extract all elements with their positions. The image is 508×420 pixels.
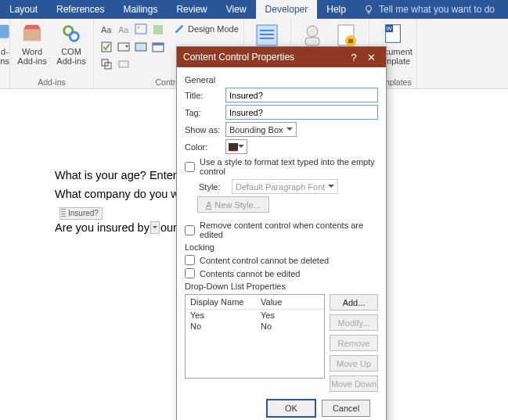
color-picker[interactable]	[225, 139, 247, 154]
lock-delete-checkbox[interactable]	[185, 255, 195, 265]
remove-button: Remove	[330, 335, 378, 351]
svg-point-4	[70, 32, 78, 41]
lock-edit-checkbox[interactable]	[185, 268, 195, 278]
design-mode-button[interactable]: Design Mode	[174, 22, 239, 36]
svg-rect-17	[119, 61, 128, 67]
dropdown-marker-icon[interactable]	[150, 221, 160, 234]
svg-rect-9	[153, 25, 163, 34]
legacy-tools-icon[interactable]	[116, 56, 132, 72]
svg-text:W: W	[386, 25, 392, 32]
chevron-down-icon	[238, 145, 244, 151]
showas-label: Show as:	[185, 125, 221, 135]
dialog-help-button[interactable]: ?	[345, 52, 362, 63]
tab-help[interactable]: Help	[317, 0, 355, 19]
svg-rect-7	[135, 24, 146, 34]
col-displayname: Display Name	[186, 295, 256, 309]
tell-me-placeholder: Tell me what you want to do	[379, 4, 495, 15]
use-style-checkbox[interactable]	[185, 162, 195, 172]
modify-button: Modify...	[330, 314, 378, 331]
svg-text:Aa: Aa	[118, 25, 129, 34]
buildingblock-cc-icon[interactable]	[150, 22, 166, 38]
plaintext-cc-icon[interactable]: Aa	[116, 22, 132, 38]
svg-rect-11	[118, 43, 129, 51]
remove-cc-label: Remove content control when contents are…	[200, 221, 378, 239]
group-label-addins: Add-ins	[38, 76, 66, 87]
svg-text:Aa: Aa	[101, 25, 112, 34]
color-swatch-icon	[229, 143, 238, 151]
restrict-editing-icon[interactable]	[333, 22, 360, 48]
svg-rect-2	[23, 29, 41, 41]
com-addins-button[interactable]: COM Add-ins	[54, 22, 88, 66]
xml-mapping-icon[interactable]	[254, 22, 280, 48]
group-addins-partial: d- ns	[0, 19, 10, 88]
svg-rect-21	[260, 38, 274, 39]
svg-rect-1	[0, 25, 9, 38]
tab-developer[interactable]: Developer	[256, 0, 318, 19]
picture-cc-icon[interactable]	[133, 22, 149, 38]
checkbox-cc-icon[interactable]	[99, 39, 114, 55]
col-value: Value	[256, 295, 324, 309]
design-mode-icon	[174, 23, 185, 34]
svg-rect-14	[153, 43, 164, 45]
new-style-button: ANew Style...	[197, 196, 269, 213]
date-cc-icon[interactable]	[150, 39, 166, 55]
lock-edit-label: Contents cannot be edited	[200, 269, 300, 278]
title-input[interactable]	[225, 88, 378, 102]
content-control-tag[interactable]: Insured?	[59, 207, 103, 220]
remove-cc-checkbox[interactable]	[185, 225, 195, 235]
svg-point-22	[307, 26, 318, 37]
cancel-button[interactable]: Cancel	[322, 400, 370, 417]
moveup-button: Move Up	[330, 355, 378, 372]
ribbon-tabs: Layout References Mailings Review View D…	[0, 0, 508, 19]
section-locking: Locking	[185, 242, 378, 252]
svg-rect-23	[305, 38, 319, 45]
showas-select[interactable]: Bounding Box	[225, 122, 297, 137]
svg-rect-20	[260, 34, 274, 35]
svg-rect-12	[135, 43, 146, 51]
dialog-title: Content Control Properties	[183, 52, 294, 63]
tab-mailings[interactable]: Mailings	[113, 0, 167, 19]
add-button[interactable]: Add...	[330, 294, 378, 311]
gear-stack-icon	[59, 22, 83, 45]
title-label: Title:	[185, 91, 221, 100]
tag-label: Tag:	[185, 108, 221, 117]
combobox-cc-icon[interactable]	[116, 39, 132, 55]
svg-rect-19	[260, 30, 274, 31]
dropdown-cc-icon[interactable]	[133, 39, 149, 55]
style-label: Style:	[199, 182, 227, 192]
content-control-properties-dialog: Content Control Properties ? ✕ General T…	[176, 46, 387, 420]
group-addins: Word Add-ins COM Add-ins Add-ins	[10, 19, 94, 88]
richtext-cc-icon[interactable]: Aa	[99, 22, 114, 38]
svg-rect-26	[348, 39, 353, 43]
block-authors-icon[interactable]	[299, 22, 326, 48]
lightbulb-icon	[363, 4, 374, 15]
use-style-label: Use a style to format text typed into th…	[200, 157, 378, 176]
tab-references[interactable]: References	[47, 0, 113, 19]
list-item: Yes Yes	[186, 310, 324, 321]
tag-input[interactable]	[225, 105, 378, 120]
word-template-icon: W	[381, 22, 405, 45]
style-select: Default Paragraph Font	[232, 179, 338, 194]
color-label: Color:	[185, 142, 221, 152]
dialog-titlebar: Content Control Properties ? ✕	[177, 47, 386, 67]
repeating-cc-icon[interactable]	[99, 56, 114, 72]
svg-point-8	[138, 27, 140, 29]
tab-review[interactable]: Review	[167, 0, 216, 19]
store-icon	[20, 22, 44, 45]
movedown-button: Move Down	[330, 375, 378, 392]
section-ddprops: Drop-Down List Properties	[185, 282, 378, 291]
ok-button[interactable]: OK	[267, 400, 315, 417]
tab-layout[interactable]: Layout	[0, 0, 47, 19]
word-addins-button[interactable]: Word Add-ins	[15, 22, 49, 66]
dialog-close-button[interactable]: ✕	[362, 52, 380, 63]
list-item: No No	[186, 321, 324, 332]
addins-button-partial[interactable]: d- ns	[0, 22, 10, 66]
svg-point-0	[366, 5, 371, 11]
dropdown-list[interactable]: Display Name Value Yes Yes No No	[185, 294, 325, 379]
section-general: General	[185, 75, 378, 84]
tab-view[interactable]: View	[217, 0, 256, 19]
tell-me-search[interactable]: Tell me what you want to do	[355, 0, 503, 19]
lock-delete-label: Content control cannot be deleted	[200, 256, 329, 265]
